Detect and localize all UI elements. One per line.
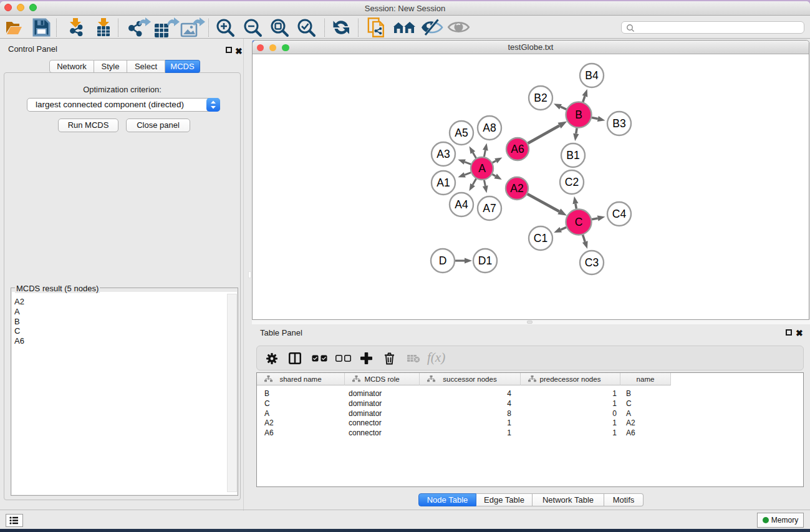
svg-text:C4: C4 (612, 208, 627, 220)
svg-text:D: D (439, 254, 447, 267)
svg-text:C3: C3 (585, 256, 599, 269)
svg-text:C: C (575, 216, 583, 228)
svg-text:D1: D1 (478, 254, 492, 267)
svg-text:A8: A8 (483, 122, 496, 134)
svg-text:B2: B2 (534, 92, 547, 104)
svg-text:B3: B3 (612, 117, 625, 130)
svg-text:A6: A6 (511, 143, 524, 155)
svg-text:B: B (575, 109, 582, 121)
svg-text:C2: C2 (565, 176, 579, 188)
svg-text:B1: B1 (566, 149, 579, 162)
svg-text:A1: A1 (436, 177, 450, 189)
svg-text:A: A (478, 162, 486, 175)
svg-text:A3: A3 (436, 148, 450, 160)
svg-text:C1: C1 (534, 232, 547, 244)
svg-text:B4: B4 (585, 69, 599, 82)
svg-text:A2: A2 (510, 182, 523, 195)
svg-text:A4: A4 (455, 198, 468, 211)
svg-text:A5: A5 (455, 127, 468, 139)
svg-text:A7: A7 (483, 202, 496, 215)
